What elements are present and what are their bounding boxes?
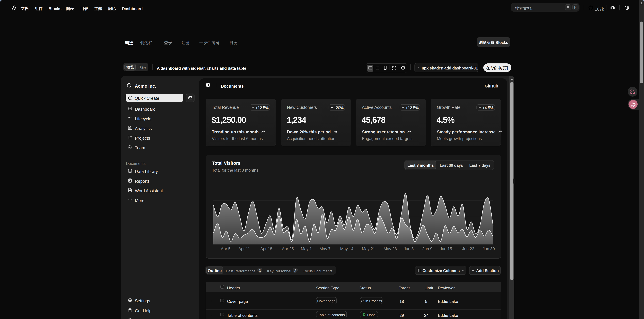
svg-text:A: A (633, 104, 635, 107)
